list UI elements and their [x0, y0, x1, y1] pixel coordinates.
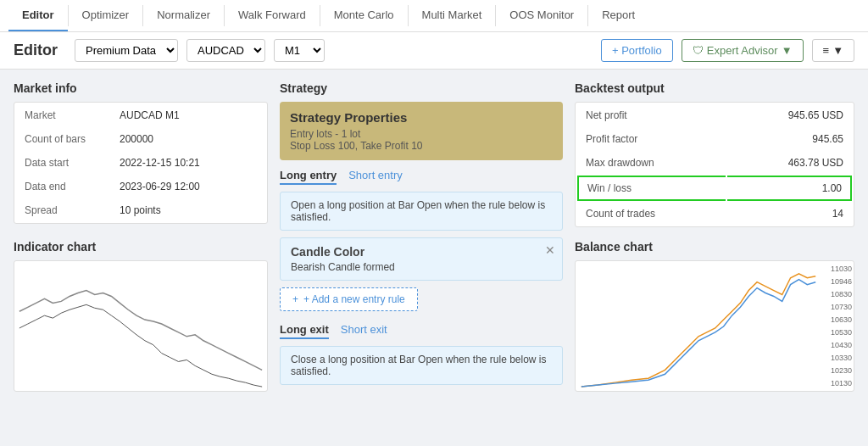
page-title: Editor	[14, 42, 58, 59]
short-entry-tab[interactable]: Short entry	[348, 169, 403, 185]
count-trades-label: Count of trades	[577, 203, 726, 225]
profit-factor-label: Profit factor	[577, 128, 726, 150]
strategy-section: Strategy Strategy Properties Entry lots …	[280, 81, 563, 392]
y-label-5: 10630	[821, 315, 852, 324]
profit-factor-value: 945.65	[727, 128, 852, 150]
entry-rule-description: Open a long position at Bar Open when th…	[280, 192, 563, 231]
entry-tabs: Long entry Short entry	[280, 169, 563, 185]
main-content: Market info Market AUDCAD M1 Count of ba…	[0, 70, 868, 404]
market-info-table: Market AUDCAD M1 Count of bars 200000 Da…	[14, 102, 268, 224]
y-label-4: 10730	[821, 303, 852, 311]
hamburger-icon: ≡	[823, 44, 830, 57]
indicator-chart-svg	[14, 261, 267, 391]
timeframe-select[interactable]: M1	[274, 39, 325, 62]
tab-editor[interactable]: Editor	[8, 0, 68, 31]
tab-oos-monitor[interactable]: OOS Monitor	[496, 0, 587, 31]
menu-dropdown-arrow: ▼	[832, 44, 843, 57]
candle-rule-sub: Bearish Candle formed	[291, 261, 552, 273]
close-candle-rule-button[interactable]: ✕	[545, 243, 555, 257]
backtest-table: Net profit 945.65 USD Profit factor 945.…	[575, 102, 854, 227]
strategy-properties-box[interactable]: Strategy Properties Entry lots - 1 lotSt…	[280, 102, 563, 160]
table-row: Net profit 945.65 USD	[577, 104, 852, 126]
data-start-value: 2022-12-15 10:21	[111, 152, 265, 174]
add-entry-rule-button[interactable]: + + Add a new entry rule	[280, 287, 418, 311]
candle-rule-box: ✕ Candle Color Bearish Candle formed	[280, 237, 563, 281]
tab-report[interactable]: Report	[588, 0, 648, 31]
chart-y-labels: 11030 10946 10830 10730 10630 10530 1043…	[821, 261, 852, 391]
y-label-10: 10130	[821, 379, 852, 387]
win-loss-label: Win / loss	[577, 176, 726, 201]
indicator-chart-box	[14, 260, 268, 392]
y-label-2: 10946	[821, 277, 852, 286]
top-nav: Editor Optimizer Normalizer Walk Forward…	[0, 0, 868, 32]
spread-value: 10 points	[111, 199, 265, 221]
market-info-section: Market info Market AUDCAD M1 Count of ba…	[14, 81, 268, 228]
candle-rule-title: Candle Color	[291, 245, 552, 259]
table-row: Max drawdown 463.78 USD	[577, 152, 852, 174]
y-label-6: 10530	[821, 328, 852, 337]
add-rule-label: + Add a new entry rule	[303, 293, 405, 305]
expert-icon: 🛡	[693, 44, 704, 57]
market-info-title: Market info	[14, 81, 268, 95]
market-label: Market	[16, 104, 109, 126]
table-row: Profit factor 945.65	[577, 128, 852, 150]
win-loss-row: Win / loss 1.00	[577, 176, 852, 201]
indicator-section: Indicator chart	[14, 240, 268, 393]
table-row: Count of bars 200000	[16, 128, 265, 150]
tab-multi-market[interactable]: Multi Market	[409, 0, 496, 31]
balance-chart-title: Balance chart	[575, 240, 854, 254]
tab-optimizer[interactable]: Optimizer	[69, 0, 143, 31]
header-bar: Editor Premium Data AUDCAD M1 + Portfoli…	[0, 32, 868, 70]
data-end-value: 2023-06-29 12:00	[111, 176, 265, 198]
portfolio-button[interactable]: + Portfolio	[601, 39, 673, 62]
count-bars-label: Count of bars	[16, 128, 109, 150]
symbol-select[interactable]: AUDCAD	[186, 39, 265, 62]
data-source-select[interactable]: Premium Data	[75, 39, 178, 62]
strategy-properties-sub: Entry lots - 1 lotStop Loss 100, Take Pr…	[290, 128, 553, 152]
count-trades-value: 14	[727, 203, 852, 225]
table-row: Data end 2023-06-29 12:00	[16, 176, 265, 198]
y-label-9: 10230	[821, 366, 852, 375]
svg-rect-0	[19, 261, 262, 391]
tab-walk-forward[interactable]: Walk Forward	[225, 0, 320, 31]
max-drawdown-value: 463.78 USD	[727, 152, 852, 174]
strategy-properties-title: Strategy Properties	[290, 110, 553, 125]
y-label-3: 10830	[821, 290, 852, 298]
long-exit-tab[interactable]: Long exit	[280, 323, 329, 339]
net-profit-label: Net profit	[577, 104, 726, 126]
strategy-title: Strategy	[280, 81, 563, 95]
table-row: Spread 10 points	[16, 199, 265, 221]
svg-rect-1	[581, 261, 815, 391]
balance-section: Balance chart flat 11030 10946 10830 107…	[575, 240, 854, 393]
expert-advisor-label: Expert Advisor	[707, 44, 778, 57]
balance-chart-box: flat 11030 10946 10830 10730 10630 10530…	[575, 260, 854, 392]
y-label-1: 11030	[821, 265, 852, 273]
backtest-section: Backtest output Net profit 945.65 USD Pr…	[575, 81, 854, 228]
count-bars-value: 200000	[111, 128, 265, 150]
expert-advisor-button[interactable]: 🛡 Expert Advisor ▼	[682, 39, 804, 62]
short-exit-tab[interactable]: Short exit	[341, 323, 387, 339]
win-loss-value: 1.00	[727, 176, 852, 201]
tab-monte-carlo[interactable]: Monte Carlo	[320, 0, 408, 31]
market-value: AUDCAD M1	[111, 104, 265, 126]
balance-chart-svg	[576, 261, 821, 391]
exit-rule-description: Close a long position at Bar Open when t…	[280, 346, 563, 385]
menu-button[interactable]: ≡ ▼	[812, 39, 854, 62]
max-drawdown-label: Max drawdown	[577, 152, 726, 174]
data-start-label: Data start	[16, 152, 109, 174]
exit-tabs: Long exit Short exit	[280, 323, 563, 339]
table-row: Market AUDCAD M1	[16, 104, 265, 126]
indicator-chart-title: Indicator chart	[14, 240, 268, 254]
backtest-title: Backtest output	[575, 81, 854, 95]
table-row: Count of trades 14	[577, 203, 852, 225]
tab-normalizer[interactable]: Normalizer	[143, 0, 224, 31]
spread-label: Spread	[16, 199, 109, 221]
y-label-8: 10330	[821, 354, 852, 362]
plus-icon: +	[292, 293, 298, 305]
y-label-7: 10430	[821, 341, 852, 349]
long-entry-tab[interactable]: Long entry	[280, 169, 337, 185]
dropdown-arrow-icon: ▼	[782, 44, 793, 57]
table-row: Data start 2022-12-15 10:21	[16, 152, 265, 174]
data-end-label: Data end	[16, 176, 109, 198]
net-profit-value: 945.65 USD	[727, 104, 852, 126]
